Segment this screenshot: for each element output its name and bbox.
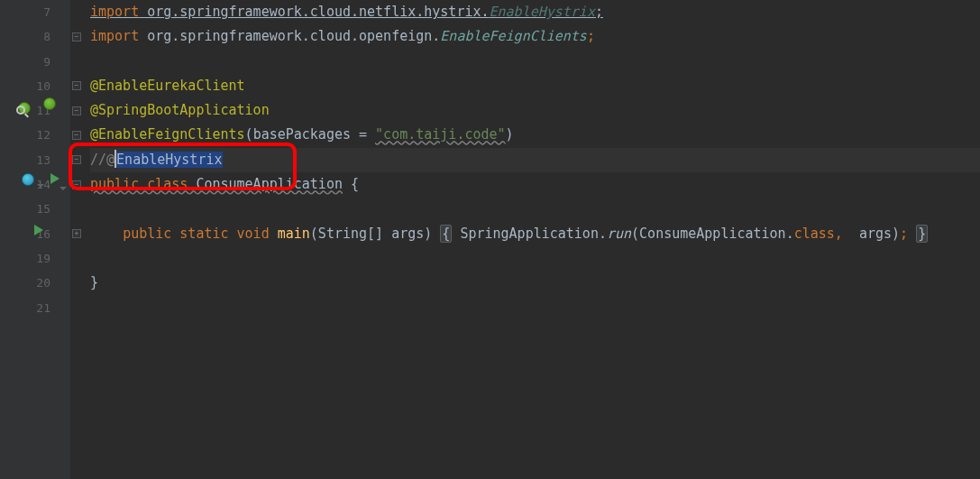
paren-close: ) <box>506 126 514 143</box>
code-line[interactable]: @EnableFeignClients(basePackages = "com.… <box>90 123 980 147</box>
code-line-empty[interactable] <box>90 296 980 320</box>
line-number: 8 <box>36 24 50 49</box>
code-line-empty[interactable] <box>90 197 980 221</box>
dropdown-arrow-icon[interactable] <box>37 184 44 188</box>
semicolon: ; <box>900 226 908 242</box>
comma: , <box>835 226 843 242</box>
equals: = <box>351 126 375 143</box>
code-content[interactable]: import org.springframework.cloud.netflix… <box>74 0 980 320</box>
comment-prefix: //@ <box>90 152 114 168</box>
line-number: 13 <box>36 148 50 172</box>
code-line-current[interactable]: //@EnableHystrix <box>90 148 980 172</box>
class-ref: SpringApplication. <box>460 226 607 242</box>
selected-text: EnableHystrix <box>116 152 222 168</box>
paren-open: ( <box>245 126 253 143</box>
line-number: 10 <box>36 74 50 98</box>
class-name: ConsumeApplication <box>196 176 343 192</box>
brace-close: } <box>90 274 98 290</box>
code-line-empty[interactable] <box>90 246 980 271</box>
fold-brace-close[interactable]: } <box>916 225 928 243</box>
package-path: org.springframework.cloud.openfeign. <box>139 28 440 44</box>
brace-open: { <box>343 176 359 192</box>
line-number: 19 <box>36 246 50 271</box>
args: args) <box>843 226 900 242</box>
code-line[interactable]: import org.springframework.cloud.openfei… <box>90 24 980 49</box>
keyword-public: public <box>123 226 179 242</box>
static-method: run <box>607 226 631 242</box>
code-line[interactable]: } <box>90 271 980 295</box>
keyword-public: public <box>90 176 147 192</box>
line-number: 15 <box>36 197 50 221</box>
run-method-icon[interactable] <box>34 225 49 239</box>
code-line[interactable]: public static void main(String[] args) {… <box>90 222 980 246</box>
code-line[interactable]: public class ConsumeApplication { <box>90 172 980 197</box>
spring-bean-icon[interactable] <box>43 97 58 112</box>
fold-toggle-icon[interactable]: − <box>72 131 81 140</box>
class-name: EnableFeignClients <box>440 28 587 44</box>
method-name: main <box>278 226 310 242</box>
keyword-class: class <box>147 176 196 192</box>
params: (String[] args) <box>310 226 432 242</box>
fold-toggle-icon[interactable]: − <box>72 180 81 189</box>
keyword-import: import <box>90 4 139 20</box>
line-number: 12 <box>36 123 50 147</box>
semicolon: ; <box>595 4 603 20</box>
param-name: basePackages <box>253 126 351 143</box>
code-line-empty[interactable] <box>90 50 980 74</box>
fold-toggle-icon[interactable]: − <box>72 106 81 115</box>
code-editor[interactable]: 7 8 9 10 11 12 13 14 15 16 19 20 21 <box>0 0 980 479</box>
line-number: 21 <box>36 296 50 320</box>
keyword-void: void <box>237 226 278 242</box>
class-ref: ConsumeApplication. <box>639 226 794 242</box>
line-number: 7 <box>36 0 50 24</box>
class-name: EnableHystrix <box>490 4 595 20</box>
package-path: org.springframework.cloud.netflix.hystri… <box>139 4 489 20</box>
code-area[interactable]: − − − − − − + import org.springframework… <box>70 0 980 479</box>
code-line[interactable]: @SpringBootApplication <box>90 98 980 123</box>
gutter: 7 8 9 10 11 12 13 14 15 16 19 20 21 <box>0 0 70 479</box>
fold-toggle-icon[interactable]: − <box>72 32 81 41</box>
code-line[interactable]: @EnableEurekaClient <box>90 74 980 98</box>
run-class-icon[interactable] <box>50 173 65 188</box>
dropdown-arrow-icon[interactable] <box>60 187 67 190</box>
spring-component-icon[interactable] <box>22 173 36 188</box>
string-literal: "com.taiji.code" <box>375 126 506 143</box>
semicolon: ; <box>587 28 595 44</box>
keyword-static: static <box>179 226 236 242</box>
keyword-import: import <box>90 28 139 44</box>
fold-toggle-icon[interactable]: − <box>72 81 81 90</box>
keyword-class: class <box>794 226 835 242</box>
fold-toggle-icon[interactable]: − <box>72 155 81 164</box>
line-number: 9 <box>36 50 50 74</box>
indent <box>90 226 123 242</box>
fold-brace-open[interactable]: { <box>440 225 452 243</box>
annotation: @EnableEurekaClient <box>90 78 245 94</box>
line-number: 20 <box>36 271 50 295</box>
annotation: @EnableFeignClients <box>90 126 245 143</box>
annotation: @SpringBootApplication <box>90 102 270 118</box>
paren-open: ( <box>631 226 639 242</box>
code-line[interactable]: import org.springframework.cloud.netflix… <box>90 0 980 24</box>
fold-expand-icon[interactable]: + <box>72 229 81 238</box>
spring-bean-icon[interactable] <box>18 102 32 116</box>
line-numbers: 7 8 9 10 11 12 13 14 15 16 19 20 21 <box>36 0 50 320</box>
